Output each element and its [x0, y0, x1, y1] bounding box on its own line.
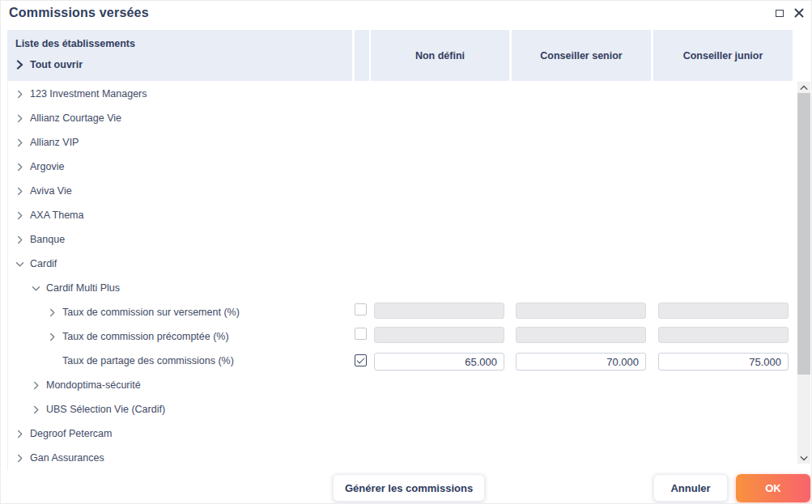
chevron-right-icon[interactable] [47, 332, 57, 341]
chevron-right-icon[interactable] [15, 138, 24, 147]
vertical-scrollbar[interactable] [797, 82, 810, 464]
tree-panel-header: Liste des établissements Tout ouvrir [7, 30, 352, 81]
chevron-right-icon[interactable] [15, 187, 24, 196]
tree-item-gan-assurances[interactable]: Gan Assurances [8, 446, 352, 470]
tree-item-123-investment-managers[interactable]: 123 Investment Managers [8, 82, 352, 106]
expand-all-label: Tout ouvrir [30, 59, 83, 70]
row1-conseiller-senior-input[interactable] [516, 303, 646, 319]
row3-conseiller-senior-input[interactable] [516, 353, 646, 371]
row3-checkbox[interactable] [355, 354, 367, 366]
tree-item-cardif-multi-plus[interactable]: Cardif Multi Plus [8, 276, 352, 300]
chevron-right-icon [15, 60, 24, 70]
row1-conseiller-junior-input[interactable] [658, 303, 789, 319]
generate-commissions-button[interactable]: Générer les commissions [333, 474, 485, 502]
chevron-right-icon[interactable] [15, 235, 24, 244]
tree-panel-title: Liste des établissements [15, 38, 352, 49]
establishments-tree: 123 Investment Managers Allianz Courtage… [7, 82, 352, 470]
row2-non-defini-input[interactable] [374, 327, 504, 343]
chevron-right-icon[interactable] [15, 163, 24, 172]
chevron-right-icon[interactable] [31, 405, 40, 414]
chevron-right-icon[interactable] [15, 430, 24, 438]
titlebar: Commissions versées [1, 1, 811, 30]
row3-conseiller-junior-input[interactable] [658, 353, 789, 371]
tree-item-taux-commission-precomptee[interactable]: Taux de commission précomptée (%) [8, 324, 352, 349]
checkbox-column-header [355, 30, 369, 81]
row2-conseiller-senior-input[interactable] [516, 327, 646, 343]
chevron-right-icon[interactable] [31, 381, 40, 390]
cancel-button[interactable]: Annuler [653, 474, 728, 502]
tree-item-banque[interactable]: Banque [8, 227, 352, 252]
tree-item-cardif[interactable]: Cardif [8, 252, 352, 276]
row1-non-defini-input[interactable] [374, 303, 504, 319]
tree-item-allianz-courtage-vie[interactable]: Allianz Courtage Vie [8, 106, 352, 130]
column-header-non-defini: Non défini [371, 30, 509, 81]
window-controls [774, 7, 805, 19]
tree-item-degroof-petercam[interactable]: Degroof Petercam [8, 421, 352, 446]
row1-checkbox[interactable] [355, 303, 367, 316]
dialog-title: Commissions versées [9, 6, 149, 20]
scroll-up-button[interactable] [797, 82, 810, 93]
chevron-right-icon[interactable] [15, 454, 24, 463]
chevron-down-icon[interactable] [15, 260, 24, 268]
chevron-down-icon [800, 455, 808, 461]
tree-item-ubs-selection-vie[interactable]: UBS Sélection Vie (Cardif) [8, 397, 352, 421]
tree-item-allianz-vip[interactable]: Allianz VIP [8, 130, 352, 155]
chevron-down-icon[interactable] [31, 285, 40, 292]
chevron-up-icon [800, 85, 808, 91]
tree-item-axa-thema[interactable]: AXA Thema [8, 203, 352, 227]
row2-checkbox[interactable] [355, 328, 367, 340]
maximize-button[interactable] [774, 7, 785, 19]
expand-all-button[interactable]: Tout ouvrir [15, 59, 352, 70]
close-button[interactable] [793, 7, 805, 19]
tree-item-aviva-vie[interactable]: Aviva Vie [8, 179, 352, 203]
chevron-right-icon[interactable] [15, 211, 24, 220]
column-header-conseiller-senior: Conseiller senior [512, 30, 651, 81]
close-icon [794, 8, 804, 18]
tree-item-taux-partage-commissions[interactable]: Taux de partage des commissions (%) [8, 349, 352, 373]
maximize-icon [776, 10, 784, 17]
column-header-conseiller-junior: Conseiller junior [653, 30, 793, 81]
row3-non-defini-input[interactable] [374, 353, 504, 371]
tree-item-taux-commission-versement[interactable]: Taux de commission sur versement (%) [8, 300, 352, 324]
commissions-dialog: Commissions versées Liste des établissem… [0, 0, 812, 504]
chevron-right-icon[interactable] [15, 90, 24, 99]
ok-button[interactable]: OK [736, 474, 810, 502]
chevron-right-icon[interactable] [47, 308, 57, 317]
scroll-down-button[interactable] [797, 452, 810, 464]
tree-item-argovie[interactable]: Argovie [8, 155, 352, 179]
tree-item-mondoptima-securite[interactable]: Mondoptima-sécurité [8, 373, 352, 397]
chevron-right-icon[interactable] [15, 114, 24, 123]
row2-conseiller-junior-input[interactable] [658, 327, 789, 343]
scrollbar-thumb[interactable] [797, 93, 810, 375]
